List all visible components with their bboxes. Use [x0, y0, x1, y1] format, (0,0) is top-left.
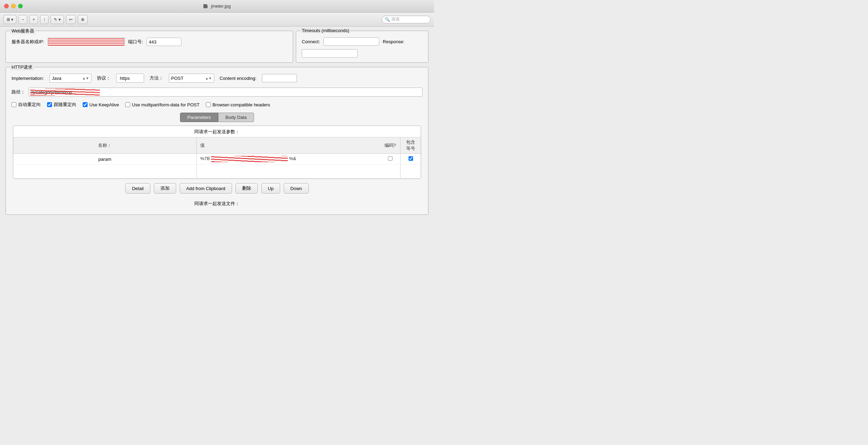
- keepalive-label: Use KeepAlive: [89, 102, 119, 107]
- add-button[interactable]: 添加: [154, 183, 176, 194]
- main-content: Web服务器 服务器名称或IP: 端口号: Timeouts (millisec…: [0, 27, 434, 223]
- maximize-button[interactable]: [18, 4, 23, 8]
- port-label: 端口号:: [128, 39, 143, 45]
- path-input[interactable]: [29, 88, 422, 97]
- web-server-title: Web服务器: [10, 28, 36, 34]
- down-button[interactable]: Down: [284, 183, 308, 194]
- browser-headers-checkbox-item[interactable]: Browser-compatible headers: [206, 102, 270, 107]
- tab-body-data[interactable]: Body Data: [218, 113, 254, 122]
- follow-redirect-checkbox-item[interactable]: 跟随重定向: [47, 101, 76, 108]
- follow-redirect-checkbox[interactable]: [47, 102, 52, 107]
- back-button[interactable]: ↩: [66, 15, 76, 24]
- server-timeouts-row: Web服务器 服务器名称或IP: 端口号: Timeouts (millisec…: [6, 31, 428, 63]
- method-label: 方法：: [150, 75, 163, 81]
- param-include-cell: [401, 154, 421, 165]
- response-input[interactable]: [302, 49, 358, 58]
- port-input[interactable]: [147, 38, 181, 46]
- method-select-wrapper: POST GET PUT DELETE ▲▼: [169, 74, 214, 83]
- tab-parameters[interactable]: Parameters: [180, 113, 218, 122]
- param-value-cell: %7B %&: [197, 154, 380, 165]
- content-encoding-label: Content encoding:: [220, 76, 257, 81]
- protocol-label: 协议：: [97, 75, 111, 81]
- params-subtitle: 同请求一起发送参数：: [13, 126, 421, 137]
- content-encoding-input[interactable]: [262, 74, 297, 82]
- zoom-out-button[interactable]: −: [18, 15, 27, 24]
- col-value-header: 值: [197, 137, 380, 154]
- auto-redirect-checkbox[interactable]: [12, 102, 16, 107]
- table-row: param %7B %&: [13, 154, 421, 165]
- http-request-title: HTTP请求: [10, 64, 34, 70]
- up-button[interactable]: Up: [261, 183, 280, 194]
- params-area: 同请求一起发送参数： 名称： 值 编码? 包含等号 param %7B: [13, 126, 421, 179]
- toolbar: ⊞ ▾ − + ↑ ✎ ▾ ↩ ⊕ 🔍 搜索: [0, 13, 434, 27]
- titlebar: jmeter.jpg: [0, 0, 434, 13]
- include-checkbox[interactable]: [409, 156, 413, 161]
- edit-button[interactable]: ✎ ▾: [51, 15, 63, 24]
- path-label: 路径：: [12, 89, 25, 95]
- web-server-section: Web服务器 服务器名称或IP: 端口号:: [6, 31, 293, 63]
- browser-headers-label: Browser-compatible headers: [212, 102, 270, 107]
- col-encode-header: 编码?: [380, 137, 400, 154]
- path-input-wrapper: [29, 88, 422, 97]
- detail-button[interactable]: Detail: [125, 183, 150, 194]
- search-box[interactable]: 🔍 搜索: [382, 16, 431, 23]
- param-encode-cell: [380, 154, 400, 165]
- search-icon: 🔍: [385, 17, 390, 22]
- params-table: 名称： 值 编码? 包含等号 param %7B %&: [13, 137, 421, 179]
- close-button[interactable]: [4, 4, 9, 8]
- implementation-select-wrapper: Java HttpClient3.1 HttpClient4 ▲▼: [50, 74, 91, 83]
- multipart-label: Use multipart/form-data for POST: [132, 102, 200, 107]
- col-name-header: 名称：: [13, 137, 197, 154]
- add-from-clipboard-button[interactable]: Add from Clipboard: [180, 183, 232, 194]
- timeouts-section: Timeouts (milliseconds) Connect: Respons…: [296, 31, 428, 63]
- follow-redirect-label: 跟随重定向: [54, 101, 76, 108]
- server-name-input[interactable]: [48, 37, 125, 46]
- forward-button[interactable]: ⊕: [78, 15, 88, 24]
- keepalive-checkbox-item[interactable]: Use KeepAlive: [83, 102, 119, 107]
- params-table-header: 名称： 值 编码? 包含等号: [13, 137, 421, 154]
- col-include-header: 包含等号: [401, 137, 421, 154]
- files-subtitle: 同请求一起发送文件：: [12, 198, 422, 210]
- sidebar-toggle-button[interactable]: ⊞ ▾: [3, 15, 16, 24]
- auto-redirect-checkbox-item[interactable]: 自动重定向: [12, 101, 41, 108]
- file-type-icon: [203, 4, 208, 8]
- multipart-checkbox-item[interactable]: Use multipart/form-data for POST: [125, 102, 200, 107]
- value-redact-overlay: [211, 156, 288, 162]
- path-row: 路径：: [12, 88, 422, 97]
- response-label: Response:: [383, 39, 404, 44]
- protocol-value: https: [116, 74, 144, 83]
- auto-redirect-label: 自动重定向: [18, 101, 41, 108]
- encode-checkbox[interactable]: [388, 156, 392, 161]
- minimize-button[interactable]: [11, 4, 16, 8]
- implementation-select[interactable]: Java HttpClient3.1 HttpClient4: [50, 74, 91, 83]
- checkboxes-row: 自动重定向 跟随重定向 Use KeepAlive Use multipart/…: [12, 101, 422, 108]
- zoom-in-button[interactable]: +: [29, 15, 38, 24]
- timeouts-title: Timeouts (milliseconds): [300, 28, 351, 33]
- connect-label: Connect:: [302, 39, 320, 44]
- implementation-label: Implementation:: [12, 76, 44, 81]
- server-name-label: 服务器名称或IP:: [12, 39, 44, 45]
- share-button[interactable]: ↑: [40, 15, 48, 24]
- delete-button[interactable]: 删除: [235, 183, 258, 194]
- keepalive-checkbox[interactable]: [83, 102, 88, 107]
- param-name-cell: param: [13, 154, 197, 165]
- connect-input[interactable]: [323, 37, 379, 46]
- implementation-row: Implementation: Java HttpClient3.1 HttpC…: [12, 74, 422, 83]
- window-title: jmeter.jpg: [203, 3, 231, 9]
- multipart-checkbox[interactable]: [125, 102, 130, 107]
- traffic-lights: [4, 4, 23, 8]
- method-select[interactable]: POST GET PUT DELETE: [169, 74, 214, 83]
- http-request-section: HTTP请求 Implementation: Java HttpClient3.…: [6, 67, 428, 215]
- timeouts-form-row: Connect: Response:: [302, 37, 422, 58]
- action-buttons: Detail 添加 Add from Clipboard 删除 Up Down: [12, 183, 422, 194]
- tabs-row: Parameters Body Data: [12, 113, 422, 122]
- browser-headers-checkbox[interactable]: [206, 102, 211, 107]
- server-form-row: 服务器名称或IP: 端口号:: [12, 37, 287, 46]
- table-row-empty: [13, 165, 421, 179]
